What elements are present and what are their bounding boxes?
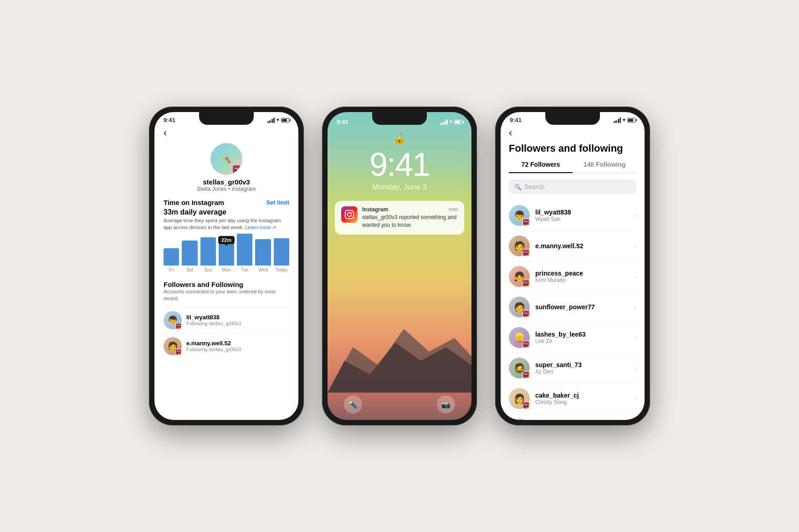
followers-title: Followers and Following [164, 281, 289, 288]
status-time-3: 9:41 [510, 117, 522, 123]
followers-page: ‹ Followers and following 72 Followers14… [501, 125, 645, 420]
follower-row-3[interactable]: 🧑 📷 sunflower_power77 › [509, 292, 636, 322]
time-title: Time on Instagram [164, 199, 224, 206]
chart-bar-Sun: Sun [200, 237, 216, 272]
time-section-header: Time on Instagram Set limit [164, 199, 289, 206]
signal-icon-3 [614, 118, 621, 123]
bar-label-Mon: Mon [222, 267, 230, 272]
notification-time: now [449, 206, 458, 213]
follower-avatar-0: 👦 📷 [164, 311, 182, 329]
chart-bar-Mon: Mon [219, 243, 234, 272]
notification-header: Instagram now [362, 206, 458, 213]
wifi-icon-1: ▾ [277, 117, 279, 123]
chevron-icon-6: › [634, 395, 636, 402]
chart-bar-Fri: Fri [164, 248, 179, 272]
chevron-icon-5: › [634, 364, 636, 372]
status-icons-2: ▾ [440, 119, 463, 125]
chart-tooltip: 22m [218, 236, 235, 244]
follower-row-1[interactable]: 🧑 📷 e.manny.well.52 › [509, 231, 636, 261]
tabs-row: 72 Followers140 Following [509, 161, 636, 173]
lockscreen-bottom-controls: 🔦 📷 [328, 395, 471, 414]
follower-info-1: e.manny.well.52 Following stellas_gr00v3 [186, 340, 241, 352]
follower-row-info-6: cake_baker_cj Christy Song [535, 392, 629, 405]
tab-0[interactable]: 72 Followers [509, 161, 573, 173]
follower-row-realname-4: Lee Ze [535, 338, 629, 344]
tab-1[interactable]: 140 Following [573, 161, 636, 173]
daily-average: 33m daily average [164, 208, 289, 216]
profile-section: 🤸 📷 stellas_gr00v3 Stella Jones • Instag… [164, 143, 289, 192]
follower-row-5[interactable]: 🧔 📷 super_santi_73 Az Deri › [509, 353, 636, 384]
learn-more-link[interactable]: Learn more [245, 225, 271, 230]
follower-row-avatar-3: 🧑 📷 [509, 297, 530, 317]
battery-icon-2 [454, 120, 462, 124]
chart-bar-Today: Today [274, 238, 289, 272]
follower-username-0: lil_wyatt838 [186, 314, 241, 321]
followers-section: Followers and Following Accounts connect… [164, 281, 289, 359]
mountain-background [328, 302, 471, 393]
profile-subtitle: Stella Jones • Instagram [197, 186, 256, 192]
follower-row-username-0: lil_wyatt838 [535, 209, 629, 216]
follower-row-realname-2: Kimi Muraito [535, 277, 629, 283]
phone-followers: 9:41 ▾ ‹ Followers and following 72 Foll… [495, 107, 650, 425]
follower-row-username-4: lashes_by_lee63 [535, 331, 629, 338]
svg-marker-1 [328, 343, 471, 393]
follower-item-0: 👦 📷 lil_wyatt838 Following stellas_gr00v… [164, 307, 289, 333]
follower-row-username-5: super_santi_73 [535, 361, 629, 368]
battery-icon-1 [281, 118, 289, 123]
followers-list-1: 👦 📷 lil_wyatt838 Following stellas_gr00v… [164, 307, 289, 359]
follower-row-avatar-2: 👧 📷 [509, 266, 530, 287]
fav-ig-badge-0: 📷 [522, 219, 530, 226]
chart-bar-Sat: Sat [182, 240, 197, 272]
bar-label-Sat: Sat [186, 267, 193, 272]
follower-row-avatar-6: 👩 📷 [509, 388, 530, 409]
follower-row-0[interactable]: 👦 📷 lil_wyatt838 Wyatt San › [509, 200, 636, 231]
notch-3 [545, 112, 600, 125]
battery-icon-3 [627, 118, 635, 123]
fav-ig-badge-4: 📷 [522, 341, 530, 348]
profile-avatar: 🤸 📷 [210, 143, 243, 175]
follower-row-info-2: princess_peace Kimi Muraito [535, 270, 629, 283]
bar-label-Wed: Wed [258, 267, 267, 272]
follower-row-4[interactable]: 👱 📷 lashes_by_lee63 Lee Ze › [509, 322, 636, 353]
follower-row-avatar-1: 🧑 📷 [509, 235, 530, 256]
chevron-icon-4: › [634, 334, 636, 341]
follower-row-6[interactable]: 👩 📷 cake_baker_cj Christy Song › [509, 384, 636, 414]
chevron-icon-0: › [634, 212, 636, 219]
follower-row-info-1: e.manny.well.52 [535, 242, 629, 250]
search-bar[interactable]: 🔍 Search [509, 179, 636, 194]
follower-row-avatar-7: 👤 📷 [509, 419, 530, 420]
follower-row-realname-6: Christy Song [535, 399, 629, 405]
notification-card: Instagram now stellas_gr00v3 reported so… [335, 201, 464, 235]
notification-body: Instagram now stellas_gr00v3 reported so… [362, 206, 458, 229]
follower-row-info-4: lashes_by_lee63 Lee Ze [535, 331, 629, 344]
back-button-3[interactable]: ‹ [509, 125, 636, 143]
search-placeholder: Search [524, 183, 544, 190]
fav-ig-badge-5: 📷 [522, 371, 530, 379]
bar-label-Today: Today [275, 267, 287, 272]
status-time-1: 9:41 [164, 117, 175, 123]
usage-chart: 22m FriSatSunMonTueWedToday [164, 236, 289, 272]
follower-info-0: lil_wyatt838 Following stellas_gr00v3 [186, 314, 241, 326]
follower-row-username-2: princess_peace [535, 270, 629, 277]
followers-description: Accounts connected to your teen, ordered… [164, 288, 289, 302]
follower-row-7[interactable]: 👤 📷 liam_beautif... › [509, 414, 636, 420]
follower-username-1: e.manny.well.52 [186, 340, 241, 347]
set-limit-button[interactable]: Set limit [266, 199, 289, 206]
notification-message: stellas_gr00v3 reported something and wa… [362, 214, 458, 229]
back-button-1[interactable]: ‹ [164, 125, 289, 143]
flashlight-icon[interactable]: 🔦 [344, 395, 362, 414]
chevron-icon-3: › [634, 303, 636, 311]
chart-bar-Wed: Wed [255, 239, 271, 272]
lock-date: Monday, June 3 [372, 183, 427, 192]
status-icons-1: ▾ [267, 117, 290, 123]
fav-ig-badge-6: 📷 [522, 402, 530, 409]
signal-icon-1 [267, 118, 275, 123]
status-icons-3: ▾ [614, 117, 636, 123]
instagram-badge: 📷 [233, 165, 241, 174]
chevron-icon-1: › [634, 242, 636, 250]
camera-icon[interactable]: 📷 [437, 395, 455, 414]
page-title-3: Followers and following [509, 143, 636, 154]
fav-ig-badge-3: 📷 [522, 310, 530, 317]
follower-row-2[interactable]: 👧 📷 princess_peace Kimi Muraito › [509, 261, 636, 292]
bar-label-Tue: Tue [241, 267, 249, 272]
